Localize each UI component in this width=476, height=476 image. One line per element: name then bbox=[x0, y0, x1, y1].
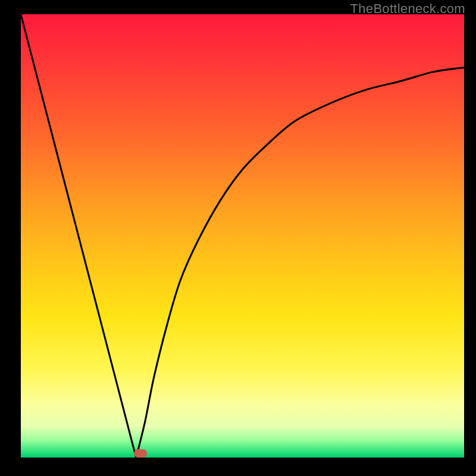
plot-area bbox=[21, 14, 464, 458]
bottleneck-marker bbox=[134, 449, 147, 458]
curve-svg bbox=[21, 14, 464, 458]
right-branch-path bbox=[136, 67, 464, 458]
left-branch-path bbox=[21, 14, 136, 458]
chart-frame: TheBottleneck.com bbox=[0, 0, 476, 476]
